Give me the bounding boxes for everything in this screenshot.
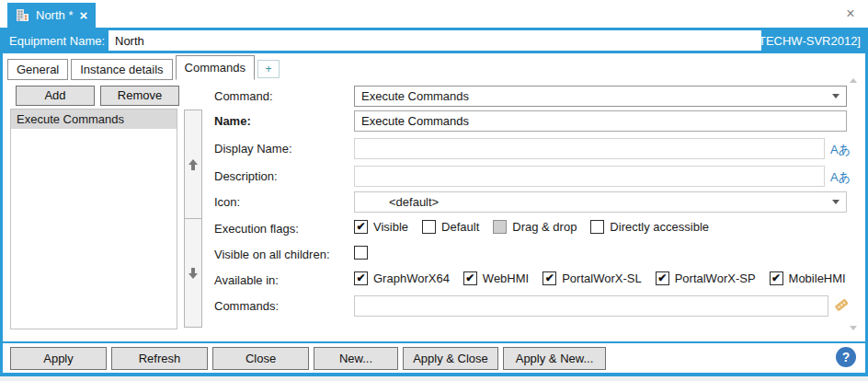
checkbox-box[interactable]: ✔ — [354, 271, 368, 285]
checkbox-directly-accessible[interactable]: Directly accessible — [590, 220, 709, 234]
commands-label: Commands: — [214, 299, 279, 313]
checkbox-box[interactable]: ✔ — [463, 271, 477, 285]
new-button[interactable]: New... — [314, 347, 398, 370]
checkbox-box[interactable]: ✔ — [656, 271, 669, 285]
checkmark-icon: ✔ — [465, 272, 474, 283]
checkbox-portalworx-sl[interactable]: ✔ PortalWorX-SL — [542, 271, 641, 285]
checkbox-webhmi[interactable]: ✔ WebHMI — [463, 271, 529, 285]
checkmark-icon: ✔ — [657, 272, 667, 283]
checkbox-drag-drop[interactable]: Drag & drop — [493, 220, 577, 234]
up-arrow-icon — [188, 158, 199, 171]
footer-button-bar: Apply Refresh Close New... Apply & Close… — [0, 341, 868, 373]
remove-button[interactable]: Remove — [100, 86, 179, 106]
equipment-name-input[interactable] — [108, 30, 761, 51]
help-button[interactable]: ? — [836, 347, 856, 367]
move-down-button[interactable] — [184, 218, 202, 328]
available-in-group: ✔ GraphWorX64 ✔ WebHMI ✔ PortalWorX-SL ✔… — [354, 271, 860, 285]
icon-value: <default> — [361, 195, 439, 209]
tab-general[interactable]: General — [7, 59, 68, 80]
apply-and-new-button[interactable]: Apply & New... — [503, 347, 606, 370]
reorder-strip — [184, 110, 202, 329]
document-tab-title: North * — [36, 8, 73, 22]
localize-icon[interactable]: Aあ — [830, 142, 851, 158]
document-tab-close-icon[interactable]: × — [79, 8, 87, 22]
name-label: Name: — [214, 114, 251, 128]
dropdown-arrow-icon — [832, 200, 839, 204]
commands-field-wrap — [354, 295, 828, 317]
checkmark-icon: ✔ — [771, 272, 781, 283]
apply-and-close-button[interactable]: Apply & Close — [403, 347, 498, 370]
checkbox-label: Directly accessible — [610, 220, 709, 234]
checkbox-box[interactable]: ✔ — [354, 220, 368, 234]
checkbox-label: Visible — [373, 220, 408, 234]
checkmark-icon: ✔ — [545, 272, 554, 283]
document-tab-north[interactable]: North * × — [7, 3, 96, 28]
tab-instance-details[interactable]: Instance details — [71, 59, 172, 80]
checkbox-box[interactable]: ✔ — [542, 271, 556, 285]
scroll-up-icon[interactable] — [850, 78, 857, 83]
scroll-down-icon[interactable] — [850, 326, 857, 330]
move-up-button[interactable] — [184, 110, 202, 219]
property-tabs: General Instance details Commands + — [7, 55, 280, 80]
icon-label: Icon: — [214, 195, 240, 209]
checkbox-visible[interactable]: ✔ Visible — [354, 220, 408, 234]
tag-icon[interactable] — [833, 296, 850, 313]
down-arrow-icon — [188, 267, 199, 280]
window-close-icon[interactable]: × — [840, 5, 861, 23]
checkbox-box[interactable]: ✔ — [770, 271, 783, 285]
checkbox-box[interactable] — [422, 220, 436, 234]
checkbox-visible-on-all-children[interactable] — [354, 246, 368, 260]
add-button[interactable]: Add — [16, 86, 95, 106]
server-name-label: [TECHW-SVR2012] — [755, 34, 861, 48]
checkbox-box[interactable] — [354, 246, 368, 260]
available-in-label: Available in: — [214, 273, 279, 287]
checkbox-box[interactable] — [590, 220, 604, 234]
close-button[interactable]: Close — [212, 347, 309, 370]
outside-window-strip — [0, 376, 868, 381]
checkbox-label: PortalWorX-SL — [562, 271, 641, 285]
commands-listbox[interactable]: Execute Commands — [10, 109, 177, 329]
description-input[interactable] — [361, 167, 817, 186]
icon-dropdown[interactable]: <default> — [354, 191, 847, 213]
checkbox-label: MobileHMI — [789, 271, 846, 285]
description-label: Description: — [214, 169, 278, 183]
commands-input[interactable] — [361, 296, 821, 316]
checkbox-label: PortalWorX-SP — [675, 271, 756, 285]
checkbox-label: WebHMI — [483, 271, 529, 285]
checkbox-default[interactable]: Default — [422, 220, 479, 234]
display-name-field-wrap — [354, 138, 825, 159]
checkbox-box[interactable] — [493, 220, 507, 234]
visible-on-all-children-label: Visible on all children: — [214, 248, 330, 261]
checkbox-label: GraphWorX64 — [373, 271, 450, 285]
checkbox-graphworx64[interactable]: ✔ GraphWorX64 — [354, 271, 450, 285]
execution-flags-label: Execution flags: — [214, 222, 299, 236]
dropdown-arrow-icon — [832, 94, 839, 98]
apply-button[interactable]: Apply — [10, 347, 107, 370]
localize-icon[interactable]: Aあ — [830, 169, 851, 186]
command-label: Command: — [214, 89, 273, 103]
display-name-label: Display Name: — [214, 142, 292, 156]
checkbox-label: Drag & drop — [512, 220, 577, 234]
checkbox-portalworx-sp[interactable]: ✔ PortalWorX-SP — [656, 271, 756, 285]
list-item-execute-commands[interactable]: Execute Commands — [11, 110, 177, 129]
command-value: Execute Commands — [361, 89, 469, 103]
document-tab-bar: North * × × — [0, 0, 868, 28]
name-input[interactable] — [361, 111, 839, 131]
description-field-wrap — [354, 166, 825, 187]
execution-flags-group: ✔ Visible Default Drag & drop Directly a… — [354, 220, 723, 234]
command-dropdown[interactable]: Execute Commands — [354, 86, 847, 107]
display-name-input[interactable] — [361, 139, 817, 158]
visible-on-all-children-group — [354, 246, 382, 260]
tab-add-plus[interactable]: + — [257, 60, 280, 78]
equipment-name-label: Equipment Name: — [0, 34, 105, 48]
checkmark-icon: ✔ — [356, 272, 365, 283]
tab-commands[interactable]: Commands — [176, 55, 255, 80]
equipment-building-icon — [16, 8, 29, 22]
equipment-editor-window: North * × × Equipment Name: [TECHW-SVR20… — [0, 0, 868, 381]
equipment-name-bar: Equipment Name: [TECHW-SVR2012] — [0, 28, 868, 53]
checkbox-mobilehmi[interactable]: ✔ MobileHMI — [770, 271, 846, 285]
checkmark-icon: ✔ — [356, 221, 365, 232]
name-field-wrap — [354, 110, 847, 132]
refresh-button[interactable]: Refresh — [111, 347, 208, 370]
tab-content-area: General Instance details Commands + Add … — [0, 53, 868, 341]
